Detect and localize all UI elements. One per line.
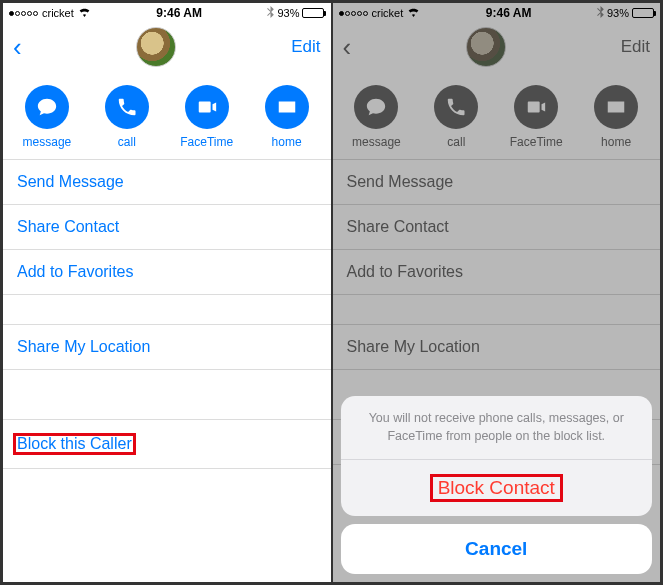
wifi-icon	[78, 6, 91, 20]
send-message-row[interactable]: Send Message	[3, 160, 331, 205]
clock-time: 9:46 AM	[486, 6, 532, 20]
right-phone: cricket 9:46 AM 93% ‹ Edit message	[332, 2, 662, 583]
call-button[interactable]: call	[92, 85, 162, 149]
status-left: cricket	[339, 6, 421, 20]
battery-icon	[302, 8, 324, 18]
message-label: message	[352, 135, 401, 149]
call-button[interactable]: call	[421, 85, 491, 149]
message-label: message	[23, 135, 72, 149]
facetime-button[interactable]: FaceTime	[172, 85, 242, 149]
send-message-label: Send Message	[17, 173, 124, 190]
facetime-label: FaceTime	[510, 135, 563, 149]
highlight-box: Block this Caller	[13, 433, 136, 455]
share-location-label: Share My Location	[347, 338, 480, 355]
bluetooth-icon	[267, 6, 274, 20]
share-location-row[interactable]: Share My Location	[3, 325, 331, 370]
facetime-label: FaceTime	[180, 135, 233, 149]
add-favorites-label: Add to Favorites	[347, 263, 464, 280]
action-sheet: You will not receive phone calls, messag…	[341, 396, 653, 574]
spacer	[3, 295, 331, 325]
cancel-button[interactable]: Cancel	[341, 524, 653, 574]
home-label: home	[272, 135, 302, 149]
contact-action-row: message call FaceTime home	[3, 71, 331, 160]
share-contact-row[interactable]: Share Contact	[333, 205, 661, 250]
action-sheet-cancel-group: Cancel	[341, 524, 653, 574]
message-button[interactable]: message	[12, 85, 82, 149]
add-favorites-row[interactable]: Add to Favorites	[3, 250, 331, 295]
send-message-row[interactable]: Send Message	[333, 160, 661, 205]
highlight-box: Block Contact	[430, 474, 563, 502]
home-label: home	[601, 135, 631, 149]
wifi-icon	[407, 6, 420, 20]
share-location-label: Share My Location	[17, 338, 150, 355]
block-contact-button[interactable]: Block Contact	[341, 460, 653, 516]
avatar[interactable]	[466, 27, 506, 67]
spacer	[3, 370, 331, 420]
status-bar: cricket 9:46 AM 93%	[3, 3, 331, 23]
phone-icon	[434, 85, 478, 129]
mail-icon	[594, 85, 638, 129]
back-button[interactable]: ‹	[343, 34, 352, 60]
message-icon	[354, 85, 398, 129]
message-icon	[25, 85, 69, 129]
nav-bar: ‹ Edit	[3, 23, 331, 71]
mail-icon	[265, 85, 309, 129]
status-right: 93%	[267, 6, 324, 20]
video-icon	[185, 85, 229, 129]
block-caller-label: Block this Caller	[17, 435, 132, 452]
status-bar: cricket 9:46 AM 93%	[333, 3, 661, 23]
message-button[interactable]: message	[341, 85, 411, 149]
share-contact-label: Share Contact	[17, 218, 119, 235]
battery-pct: 93%	[277, 7, 299, 19]
action-sheet-group: You will not receive phone calls, messag…	[341, 396, 653, 516]
edit-button[interactable]: Edit	[291, 37, 320, 57]
call-label: call	[447, 135, 465, 149]
add-favorites-row[interactable]: Add to Favorites	[333, 250, 661, 295]
share-contact-row[interactable]: Share Contact	[3, 205, 331, 250]
carrier-label: cricket	[372, 7, 404, 19]
battery-icon	[632, 8, 654, 18]
phone-icon	[105, 85, 149, 129]
spacer	[333, 295, 661, 325]
signal-dots-icon	[339, 11, 368, 16]
block-caller-row[interactable]: Block this Caller	[3, 420, 331, 469]
avatar[interactable]	[136, 27, 176, 67]
share-location-row[interactable]: Share My Location	[333, 325, 661, 370]
edit-button[interactable]: Edit	[621, 37, 650, 57]
share-contact-label: Share Contact	[347, 218, 449, 235]
back-button[interactable]: ‹	[13, 34, 22, 60]
clock-time: 9:46 AM	[156, 6, 202, 20]
facetime-button[interactable]: FaceTime	[501, 85, 571, 149]
block-contact-label: Block Contact	[438, 477, 555, 498]
send-message-label: Send Message	[347, 173, 454, 190]
video-icon	[514, 85, 558, 129]
status-right: 93%	[597, 6, 654, 20]
signal-dots-icon	[9, 11, 38, 16]
status-left: cricket	[9, 6, 91, 20]
nav-bar: ‹ Edit	[333, 23, 661, 71]
add-favorites-label: Add to Favorites	[17, 263, 134, 280]
home-button[interactable]: home	[252, 85, 322, 149]
battery-pct: 93%	[607, 7, 629, 19]
action-sheet-message: You will not receive phone calls, messag…	[341, 396, 653, 460]
home-button[interactable]: home	[581, 85, 651, 149]
bluetooth-icon	[597, 6, 604, 20]
contact-action-row: message call FaceTime home	[333, 71, 661, 160]
call-label: call	[118, 135, 136, 149]
left-phone: cricket 9:46 AM 93% ‹ Edit message	[2, 2, 332, 583]
carrier-label: cricket	[42, 7, 74, 19]
